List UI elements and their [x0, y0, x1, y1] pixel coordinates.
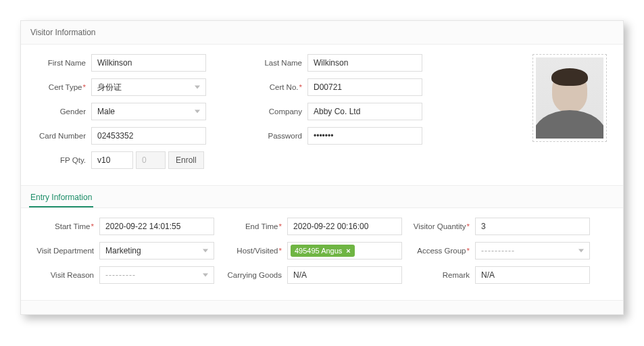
- remark-label: Remark: [406, 271, 475, 279]
- carrying-goods-label: Carrying Goods: [218, 271, 287, 279]
- access-group-select[interactable]: ----------: [475, 242, 590, 260]
- visitor-qty-label: Visitor Quantity*: [406, 222, 475, 230]
- chevron-down-icon: [578, 249, 584, 253]
- visitor-qty-input[interactable]: 3: [475, 218, 590, 235]
- cert-no-input[interactable]: D00721: [307, 78, 422, 96]
- visitor-photo-hair: [551, 68, 588, 86]
- host-chip: 495495 Angus ×: [291, 245, 355, 257]
- start-time-input[interactable]: 2020-09-22 14:01:55: [99, 218, 214, 235]
- chevron-down-icon: [203, 249, 208, 253]
- visit-reason-value: ---------: [105, 270, 136, 280]
- cert-type-value: 身份证: [97, 82, 122, 93]
- first-name-input[interactable]: Wilkinson: [91, 54, 206, 72]
- fp-device-input[interactable]: v10: [91, 151, 133, 169]
- visitor-photo: [536, 57, 603, 139]
- visit-dept-value: Marketing: [105, 246, 141, 255]
- remark-input[interactable]: N/A: [475, 266, 590, 284]
- cert-type-label: Cert Type*: [30, 83, 91, 91]
- visitor-photo-frame[interactable]: [532, 54, 607, 142]
- host-label: Host/Visited*: [218, 247, 287, 255]
- visitor-form-panel: Visitor Information First Name Wilkinson…: [20, 20, 624, 315]
- chevron-down-icon: [195, 86, 200, 89]
- company-input[interactable]: Abby Co. Ltd: [307, 103, 422, 120]
- visitor-section-body: First Name Wilkinson Last Name Wilkinson…: [21, 44, 623, 186]
- company-label: Company: [247, 107, 307, 116]
- card-number-input[interactable]: 02453352: [91, 127, 206, 145]
- entry-section-body: Start Time* 2020-09-22 14:01:55 End Time…: [21, 208, 623, 301]
- cert-type-select[interactable]: 身份证: [91, 78, 206, 96]
- visit-dept-label: Visit Department: [30, 247, 99, 255]
- host-chip-label: 495495 Angus: [295, 247, 342, 255]
- gender-select[interactable]: Male: [91, 103, 206, 120]
- chevron-down-icon: [195, 110, 200, 114]
- chevron-down-icon: [203, 274, 208, 277]
- cert-no-label: Cert No.*: [247, 83, 307, 91]
- carrying-goods-input[interactable]: N/A: [287, 266, 402, 284]
- card-number-label: Card Number: [30, 132, 91, 140]
- visit-reason-label: Visit Reason: [30, 271, 99, 279]
- visitor-section-title: Visitor Information: [21, 21, 623, 44]
- access-group-value: ----------: [481, 246, 515, 255]
- enroll-button[interactable]: Enroll: [168, 151, 204, 169]
- end-time-label: End Time*: [218, 222, 287, 230]
- access-group-label: Access Group*: [406, 247, 475, 255]
- password-label: Password: [247, 132, 307, 140]
- end-time-input[interactable]: 2020-09-22 00:16:00: [287, 218, 402, 235]
- host-select[interactable]: 495495 Angus ×: [287, 242, 402, 260]
- start-time-label: Start Time*: [30, 222, 99, 230]
- last-name-label: Last Name: [247, 59, 307, 67]
- fp-qty-label: FP Qty.: [30, 156, 91, 164]
- visit-dept-select[interactable]: Marketing: [99, 242, 214, 260]
- first-name-label: First Name: [30, 59, 91, 67]
- entry-tab[interactable]: Entry Information: [29, 186, 93, 207]
- host-chip-remove-icon[interactable]: ×: [346, 247, 350, 255]
- gender-label: Gender: [30, 107, 91, 116]
- last-name-input[interactable]: Wilkinson: [307, 54, 422, 72]
- gender-value: Male: [97, 107, 115, 116]
- visit-reason-select[interactable]: ---------: [99, 266, 214, 284]
- fp-count-input: 0: [136, 151, 166, 169]
- password-input[interactable]: •••••••: [307, 127, 422, 145]
